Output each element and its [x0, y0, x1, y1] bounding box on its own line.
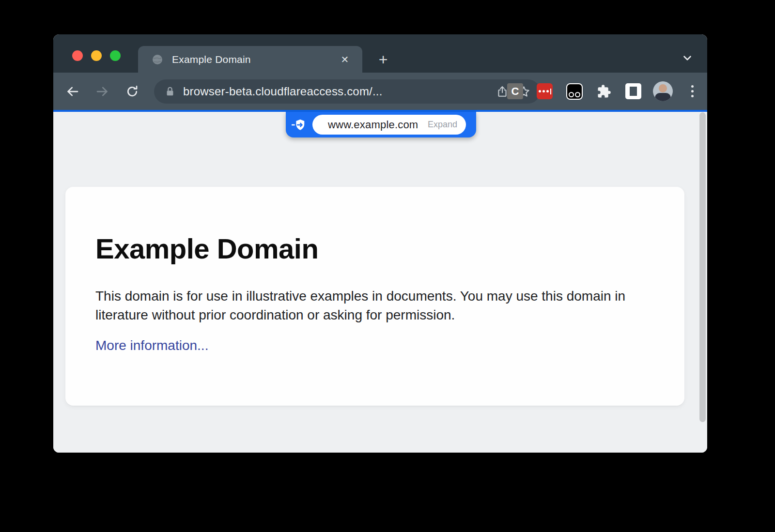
page-viewport: www.example.com Expand Example Domain Th…: [53, 112, 707, 453]
goggles-extension-icon[interactable]: [559, 73, 589, 110]
example-domain-card: Example Domain This domain is for use in…: [65, 187, 684, 406]
back-button[interactable]: [62, 81, 83, 102]
minimize-window-button[interactable]: [91, 50, 102, 61]
forward-button[interactable]: [92, 81, 113, 102]
address-bar[interactable]: browser-beta.cloudflareaccess.com/...: [154, 79, 540, 104]
close-window-button[interactable]: [72, 50, 83, 61]
window-controls: [72, 50, 121, 61]
isolation-banner: www.example.com Expand: [286, 112, 476, 137]
url-text: browser-beta.cloudflareaccess.com/...: [183, 85, 492, 98]
browser-menu-icon[interactable]: [678, 73, 707, 110]
profile-avatar[interactable]: [648, 73, 678, 110]
tab-title: Example Domain: [172, 54, 338, 65]
globe-favicon-icon: [152, 54, 163, 65]
extensions-puzzle-icon[interactable]: [589, 73, 619, 110]
tab-strip: Example Domain ✕ +: [53, 34, 707, 73]
clickup-extension-icon[interactable]: C: [500, 73, 530, 110]
extensions-area: C: [500, 73, 707, 110]
lastpass-extension-icon[interactable]: [530, 73, 559, 110]
vertical-scrollbar-thumb[interactable]: [699, 112, 706, 422]
close-tab-icon[interactable]: ✕: [338, 53, 352, 66]
browser-window: Example Domain ✕ +: [53, 34, 707, 453]
lock-icon[interactable]: [165, 86, 175, 97]
page-paragraph: This domain is for use in illustrative e…: [95, 287, 652, 324]
more-information-link[interactable]: More information...: [95, 338, 208, 353]
isolation-domain-pill[interactable]: www.example.com Expand: [312, 115, 466, 135]
shield-arrow-icon: [292, 118, 306, 132]
reload-button[interactable]: [122, 81, 143, 102]
zoom-window-button[interactable]: [110, 50, 121, 61]
toolbar: browser-beta.cloudflareaccess.com/... C: [53, 73, 707, 110]
side-panel-icon[interactable]: [619, 73, 648, 110]
isolated-domain-label: www.example.com: [328, 119, 418, 131]
new-tab-button[interactable]: +: [374, 50, 392, 69]
tab-search-chevron-icon[interactable]: [681, 52, 694, 64]
expand-button[interactable]: Expand: [428, 120, 457, 130]
tab-example-domain[interactable]: Example Domain ✕: [138, 46, 362, 73]
page-title: Example Domain: [95, 233, 654, 264]
